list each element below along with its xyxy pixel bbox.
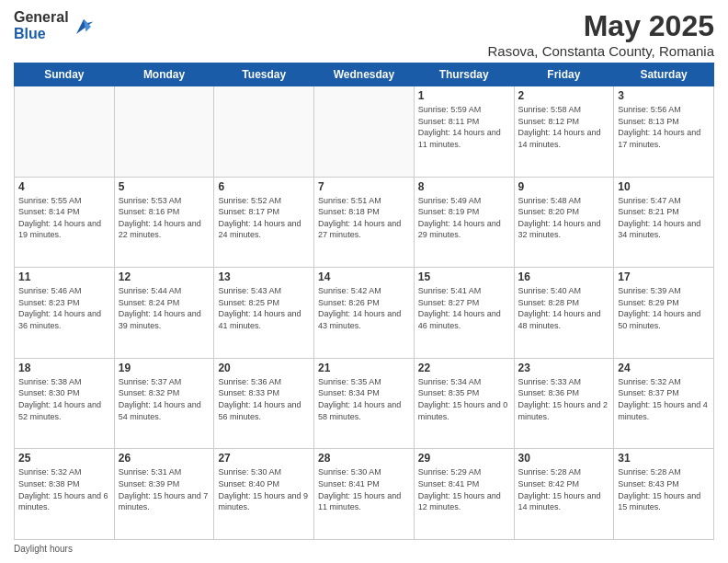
calendar-week-row: 1Sunrise: 5:59 AMSunset: 8:11 PMDaylight… [15, 86, 714, 178]
calendar-cell: 7Sunrise: 5:51 AMSunset: 8:18 PMDaylight… [314, 177, 415, 268]
calendar-table: SundayMondayTuesdayWednesdayThursdayFrid… [14, 63, 714, 540]
day-info: Sunrise: 5:38 AMSunset: 8:30 PMDaylight:… [18, 376, 110, 422]
day-number: 28 [318, 452, 410, 465]
day-info: Sunrise: 5:52 AMSunset: 8:17 PMDaylight:… [218, 195, 310, 241]
calendar-cell: 27Sunrise: 5:30 AMSunset: 8:40 PMDayligh… [214, 449, 314, 540]
calendar-cell: 17Sunrise: 5:39 AMSunset: 8:29 PMDayligh… [614, 268, 714, 359]
day-number: 25 [18, 452, 110, 465]
day-info: Sunrise: 5:48 AMSunset: 8:20 PMDaylight:… [518, 195, 610, 241]
calendar-cell: 2Sunrise: 5:58 AMSunset: 8:12 PMDaylight… [514, 86, 614, 178]
day-info: Sunrise: 5:39 AMSunset: 8:29 PMDaylight:… [618, 285, 710, 331]
day-info: Sunrise: 5:31 AMSunset: 8:39 PMDaylight:… [119, 466, 210, 512]
day-number: 16 [518, 270, 610, 283]
day-number: 3 [618, 89, 710, 102]
calendar-cell [314, 86, 415, 178]
day-info: Sunrise: 5:46 AMSunset: 8:23 PMDaylight:… [18, 285, 110, 331]
calendar-cell: 13Sunrise: 5:43 AMSunset: 8:25 PMDayligh… [214, 268, 314, 359]
day-number: 4 [18, 180, 110, 193]
logo: General Blue [14, 9, 95, 41]
calendar-cell: 15Sunrise: 5:41 AMSunset: 8:27 PMDayligh… [414, 268, 514, 359]
calendar-cell: 30Sunrise: 5:28 AMSunset: 8:42 PMDayligh… [514, 449, 614, 540]
day-info: Sunrise: 5:44 AMSunset: 8:24 PMDaylight:… [119, 285, 210, 331]
weekday-header: Wednesday [314, 63, 415, 86]
day-info: Sunrise: 5:29 AMSunset: 8:41 PMDaylight:… [418, 466, 510, 512]
day-number: 12 [119, 270, 210, 283]
day-info: Sunrise: 5:32 AMSunset: 8:38 PMDaylight:… [18, 466, 110, 512]
day-number: 19 [119, 362, 210, 374]
weekday-header-row: SundayMondayTuesdayWednesdayThursdayFrid… [15, 63, 714, 86]
calendar-week-row: 11Sunrise: 5:46 AMSunset: 8:23 PMDayligh… [15, 268, 714, 359]
calendar-cell: 8Sunrise: 5:49 AMSunset: 8:19 PMDaylight… [414, 177, 514, 268]
day-info: Sunrise: 5:41 AMSunset: 8:27 PMDaylight:… [418, 285, 510, 331]
day-info: Sunrise: 5:28 AMSunset: 8:42 PMDaylight:… [518, 466, 610, 512]
calendar-week-row: 25Sunrise: 5:32 AMSunset: 8:38 PMDayligh… [15, 449, 714, 540]
day-number: 2 [518, 89, 610, 102]
day-number: 1 [418, 89, 510, 102]
day-info: Sunrise: 5:30 AMSunset: 8:41 PMDaylight:… [318, 466, 410, 512]
calendar-cell [15, 86, 115, 178]
day-info: Sunrise: 5:58 AMSunset: 8:12 PMDaylight:… [518, 104, 610, 150]
calendar-cell: 5Sunrise: 5:53 AMSunset: 8:16 PMDaylight… [114, 177, 214, 268]
day-info: Sunrise: 5:36 AMSunset: 8:33 PMDaylight:… [218, 376, 310, 422]
day-number: 26 [119, 452, 210, 465]
day-info: Sunrise: 5:42 AMSunset: 8:26 PMDaylight:… [318, 285, 410, 331]
day-number: 10 [618, 180, 710, 193]
day-info: Sunrise: 5:53 AMSunset: 8:16 PMDaylight:… [119, 195, 210, 241]
footer-note: Daylight hours [14, 544, 714, 554]
day-info: Sunrise: 5:59 AMSunset: 8:11 PMDaylight:… [418, 104, 510, 150]
day-number: 21 [318, 362, 410, 374]
calendar-cell: 20Sunrise: 5:36 AMSunset: 8:33 PMDayligh… [214, 358, 314, 449]
calendar-cell: 9Sunrise: 5:48 AMSunset: 8:20 PMDaylight… [514, 177, 614, 268]
day-info: Sunrise: 5:40 AMSunset: 8:28 PMDaylight:… [518, 285, 610, 331]
logo-icon [73, 16, 95, 38]
calendar-cell: 19Sunrise: 5:37 AMSunset: 8:32 PMDayligh… [114, 358, 214, 449]
day-info: Sunrise: 5:51 AMSunset: 8:18 PMDaylight:… [318, 195, 410, 241]
calendar-week-row: 4Sunrise: 5:55 AMSunset: 8:14 PMDaylight… [15, 177, 714, 268]
day-number: 5 [119, 180, 210, 193]
day-number: 14 [318, 270, 410, 283]
calendar-cell: 25Sunrise: 5:32 AMSunset: 8:38 PMDayligh… [15, 449, 115, 540]
calendar-cell: 11Sunrise: 5:46 AMSunset: 8:23 PMDayligh… [15, 268, 115, 359]
calendar-cell: 4Sunrise: 5:55 AMSunset: 8:14 PMDaylight… [15, 177, 115, 268]
day-number: 22 [418, 362, 510, 374]
day-info: Sunrise: 5:30 AMSunset: 8:40 PMDaylight:… [218, 466, 310, 512]
calendar-cell: 18Sunrise: 5:38 AMSunset: 8:30 PMDayligh… [15, 358, 115, 449]
day-number: 29 [418, 452, 510, 465]
logo-text: General Blue [14, 9, 69, 41]
calendar-cell: 21Sunrise: 5:35 AMSunset: 8:34 PMDayligh… [314, 358, 415, 449]
calendar-cell: 14Sunrise: 5:42 AMSunset: 8:26 PMDayligh… [314, 268, 415, 359]
day-number: 8 [418, 180, 510, 193]
day-info: Sunrise: 5:56 AMSunset: 8:13 PMDaylight:… [618, 104, 710, 150]
day-info: Sunrise: 5:32 AMSunset: 8:37 PMDaylight:… [618, 376, 710, 422]
day-info: Sunrise: 5:47 AMSunset: 8:21 PMDaylight:… [618, 195, 710, 241]
calendar-week-row: 18Sunrise: 5:38 AMSunset: 8:30 PMDayligh… [15, 358, 714, 449]
calendar-cell: 1Sunrise: 5:59 AMSunset: 8:11 PMDaylight… [414, 86, 514, 178]
calendar-cell: 29Sunrise: 5:29 AMSunset: 8:41 PMDayligh… [414, 449, 514, 540]
weekday-header: Sunday [15, 63, 115, 86]
day-info: Sunrise: 5:43 AMSunset: 8:25 PMDaylight:… [218, 285, 310, 331]
header: General Blue May 2025 Rasova, Constanta … [14, 9, 714, 59]
logo-blue: Blue [14, 26, 69, 42]
day-info: Sunrise: 5:33 AMSunset: 8:36 PMDaylight:… [518, 376, 610, 422]
calendar-cell: 3Sunrise: 5:56 AMSunset: 8:13 PMDaylight… [614, 86, 714, 178]
day-info: Sunrise: 5:35 AMSunset: 8:34 PMDaylight:… [318, 376, 410, 422]
day-number: 20 [218, 362, 310, 374]
weekday-header: Thursday [414, 63, 514, 86]
day-info: Sunrise: 5:55 AMSunset: 8:14 PMDaylight:… [18, 195, 110, 241]
day-info: Sunrise: 5:49 AMSunset: 8:19 PMDaylight:… [418, 195, 510, 241]
month-title: May 2025 [487, 9, 714, 43]
page: General Blue May 2025 Rasova, Constanta … [0, 0, 728, 563]
calendar-cell: 10Sunrise: 5:47 AMSunset: 8:21 PMDayligh… [614, 177, 714, 268]
calendar-cell: 16Sunrise: 5:40 AMSunset: 8:28 PMDayligh… [514, 268, 614, 359]
day-number: 9 [518, 180, 610, 193]
calendar-cell: 28Sunrise: 5:30 AMSunset: 8:41 PMDayligh… [314, 449, 415, 540]
calendar-cell: 12Sunrise: 5:44 AMSunset: 8:24 PMDayligh… [114, 268, 214, 359]
calendar-cell: 26Sunrise: 5:31 AMSunset: 8:39 PMDayligh… [114, 449, 214, 540]
day-number: 24 [618, 362, 710, 374]
weekday-header: Friday [514, 63, 614, 86]
day-info: Sunrise: 5:37 AMSunset: 8:32 PMDaylight:… [119, 376, 210, 422]
title-block: May 2025 Rasova, Constanta County, Roman… [487, 9, 714, 59]
weekday-header: Tuesday [214, 63, 314, 86]
day-number: 27 [218, 452, 310, 465]
day-number: 17 [618, 270, 710, 283]
